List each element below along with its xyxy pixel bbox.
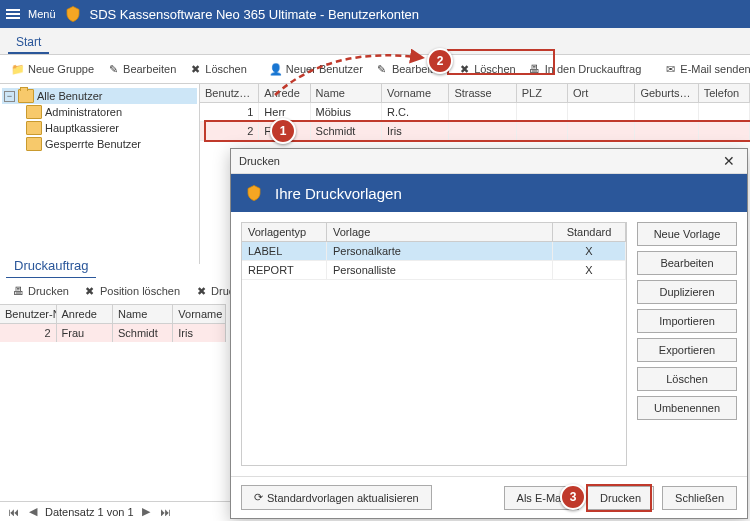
close-button[interactable]: ✕	[719, 153, 739, 169]
grid-header: Benutzer-Nr Anrede Name Vorname Strasse …	[200, 84, 750, 103]
prev-page-button[interactable]: ◀	[27, 505, 39, 518]
folder-open-icon	[18, 89, 34, 103]
edit-group-button[interactable]: ✎Bearbeiten	[101, 59, 181, 79]
col-anrede[interactable]: Anrede	[259, 84, 310, 102]
dialog-footer: ⟳Standardvorlagen aktualisieren Als E-Ma…	[231, 476, 747, 518]
duplicate-template-button[interactable]: Duplizieren	[637, 280, 737, 304]
banner-text: Ihre Druckvorlagen	[275, 185, 402, 202]
print-queue-panel: Druckauftrag 🖶Drucken ✖Position löschen …	[0, 248, 226, 342]
delete-position-button[interactable]: ✖Position löschen	[78, 281, 185, 301]
printer-icon: 🖶	[528, 62, 542, 76]
delete-user-button[interactable]: ✖Löschen	[452, 59, 521, 79]
import-template-button[interactable]: Importieren	[637, 309, 737, 333]
tree-node-admin[interactable]: Administratoren	[2, 104, 197, 120]
app-title: SDS Kassensoftware Neo 365 Ultimate - Be…	[90, 7, 420, 22]
print-button[interactable]: Drucken	[587, 486, 654, 510]
table-row[interactable]: LABEL Personalkarte X	[242, 242, 626, 261]
new-user-button[interactable]: 👤Neuer Benutzer	[264, 59, 368, 79]
collapse-icon[interactable]: −	[4, 91, 15, 102]
print-dialog: Drucken ✕ Ihre Druckvorlagen Vorlagentyp…	[230, 148, 748, 519]
tree-node-haupt[interactable]: Hauptkassierer	[2, 120, 197, 136]
app-logo-icon	[245, 184, 263, 202]
dialog-titlebar: Drucken ✕	[231, 149, 747, 174]
folder-icon	[26, 121, 42, 135]
toolbar: 📁Neue Gruppe ✎Bearbeiten ✖Löschen 👤Neuer…	[0, 55, 750, 84]
col-strasse[interactable]: Strasse	[449, 84, 516, 102]
delete-group-button[interactable]: ✖Löschen	[183, 59, 252, 79]
col-vorname[interactable]: Vorname	[382, 84, 449, 102]
user-plus-icon: 👤	[269, 62, 283, 76]
template-grid[interactable]: Vorlagentyp Vorlage Standard LABEL Perso…	[241, 222, 627, 466]
print-queue-toolbar: 🖶Drucken ✖Position löschen ✖Druckauftrag…	[0, 278, 226, 304]
print-button[interactable]: 🖶Drucken	[6, 281, 74, 301]
grid-header: Benutzer-Nr Anrede Name Vorname	[0, 305, 226, 324]
update-defaults-button[interactable]: ⟳Standardvorlagen aktualisieren	[241, 485, 432, 510]
delete-icon: ✖	[83, 284, 97, 298]
dialog-banner: Ihre Druckvorlagen	[231, 174, 747, 212]
folder-icon	[26, 105, 42, 119]
user-tree[interactable]: − Alle Benutzer Administratoren Hauptkas…	[0, 84, 200, 264]
dialog-side-buttons: Neue Vorlage Bearbeiten Duplizieren Impo…	[637, 222, 737, 466]
print-queue-grid[interactable]: Benutzer-Nr Anrede Name Vorname 2 Frau S…	[0, 304, 226, 342]
menu-icon[interactable]	[6, 9, 20, 19]
tab-start[interactable]: Start	[8, 32, 49, 54]
callout-1: 1	[270, 118, 296, 144]
delete-icon: ✖	[194, 284, 208, 298]
table-row[interactable]: REPORT Personalliste X	[242, 261, 626, 280]
col-ort[interactable]: Ort	[568, 84, 635, 102]
dialog-title: Drucken	[239, 155, 280, 167]
to-print-queue-button[interactable]: 🖶In den Druckauftrag	[523, 59, 647, 79]
titlebar: Menü SDS Kassensoftware Neo 365 Ultimate…	[0, 0, 750, 28]
close-dialog-button[interactable]: Schließen	[662, 486, 737, 510]
table-row[interactable]: 2 Frau Schmidt Iris	[0, 324, 226, 342]
pager: ⏮ ◀ Datensatz 1 von 1 ▶ ⏭	[0, 501, 238, 521]
edit-template-button[interactable]: Bearbeiten	[637, 251, 737, 275]
col-nr[interactable]: Benutzer-Nr	[200, 84, 259, 102]
last-page-button[interactable]: ⏭	[158, 506, 173, 518]
folder-plus-icon: 📁	[11, 62, 25, 76]
dialog-body: Vorlagentyp Vorlage Standard LABEL Perso…	[231, 212, 747, 476]
grid-header: Vorlagentyp Vorlage Standard	[242, 223, 626, 242]
pencil-icon: ✎	[106, 62, 120, 76]
new-template-button[interactable]: Neue Vorlage	[637, 222, 737, 246]
printer-icon: 🖶	[11, 284, 25, 298]
tree-node-root[interactable]: − Alle Benutzer	[2, 88, 197, 104]
export-template-button[interactable]: Exportieren	[637, 338, 737, 362]
delete-template-button[interactable]: Löschen	[637, 367, 737, 391]
ribbon-tabs: Start	[0, 28, 750, 55]
next-page-button[interactable]: ▶	[140, 505, 152, 518]
menu-label[interactable]: Menü	[28, 8, 56, 20]
callout-2: 2	[427, 48, 453, 74]
app-logo-icon	[64, 5, 82, 23]
mail-icon: ✉	[663, 62, 677, 76]
col-geburtstag[interactable]: Geburtstag	[635, 84, 698, 102]
panel-title: Druckauftrag	[6, 254, 96, 278]
refresh-icon: ⟳	[254, 491, 263, 504]
tree-node-gesperrt[interactable]: Gesperrte Benutzer	[2, 136, 197, 152]
col-name[interactable]: Name	[311, 84, 382, 102]
pager-text: Datensatz 1 von 1	[45, 506, 134, 518]
rename-template-button[interactable]: Umbenennen	[637, 396, 737, 420]
col-plz[interactable]: PLZ	[517, 84, 568, 102]
delete-icon: ✖	[457, 62, 471, 76]
delete-icon: ✖	[188, 62, 202, 76]
callout-3: 3	[560, 484, 586, 510]
new-group-button[interactable]: 📁Neue Gruppe	[6, 59, 99, 79]
first-page-button[interactable]: ⏮	[6, 506, 21, 518]
folder-icon	[26, 137, 42, 151]
col-telefon[interactable]: Telefon	[699, 84, 750, 102]
pencil-icon: ✎	[375, 62, 389, 76]
send-email-button[interactable]: ✉E-Mail senden	[658, 59, 750, 79]
